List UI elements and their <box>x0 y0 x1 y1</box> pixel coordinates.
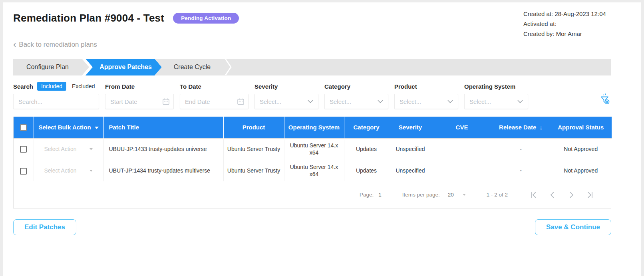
from-date-label: From Date <box>105 83 135 90</box>
select-all-cell <box>14 117 34 138</box>
to-date-filter-group: To Date <box>180 81 248 109</box>
step-configure-plan[interactable]: Configure Plan <box>13 59 82 75</box>
cve-cell <box>432 138 492 160</box>
items-per-page-label: Items per page: <box>402 192 440 198</box>
page-header: Remediation Plan #9004 - Test Pending Ac… <box>13 2 611 24</box>
wizard-steps-bar: Configure Plan Approve Patches Create Cy… <box>13 59 611 75</box>
col-header-release-date[interactable]: Release Date↓ <box>492 117 550 138</box>
back-link-label: Back to remediation plans <box>19 41 97 49</box>
col-header-operating-system[interactable]: Operating System <box>284 117 344 138</box>
column-label: Severity <box>399 124 422 131</box>
search-input[interactable] <box>13 94 99 109</box>
calendar-icon[interactable] <box>237 98 244 105</box>
sort-desc-icon: ↓ <box>539 124 543 131</box>
page-number-input[interactable]: 1 <box>378 192 382 198</box>
caret-down-icon <box>89 170 93 172</box>
first-page-icon <box>530 191 538 199</box>
row-action-select[interactable]: Select Action <box>36 167 101 174</box>
select-placeholder: Select... <box>260 98 281 105</box>
chevron-left-icon: ‹ <box>13 42 16 48</box>
column-label: Approval Status <box>558 124 604 131</box>
last-page-icon <box>586 191 594 199</box>
operating-system-cell: Ubuntu Server 14.x x64 <box>284 138 344 160</box>
product-select[interactable]: Select... <box>394 94 458 109</box>
search-label: Search <box>13 83 33 90</box>
col-header-product[interactable]: Product <box>223 117 284 138</box>
table-header-row: Select Bulk Action Patch Title Product O… <box>14 117 612 138</box>
save-continue-button[interactable]: Save & Continue <box>535 219 611 235</box>
caret-down-icon <box>89 148 93 150</box>
select-placeholder: Select... <box>330 98 351 105</box>
items-per-page-select[interactable]: 20 <box>448 192 466 198</box>
column-label: CVE <box>456 124 468 131</box>
severity-select[interactable]: Select... <box>254 94 318 109</box>
edit-patches-button[interactable]: Edit Patches <box>13 219 76 235</box>
patches-table: Select Bulk Action Patch Title Product O… <box>14 117 612 181</box>
severity-filter-group: Severity Select... <box>254 81 318 109</box>
included-toggle[interactable]: Included <box>37 82 66 91</box>
back-to-plans-link[interactable]: ‹ Back to remediation plans <box>13 41 97 49</box>
clear-filters-button[interactable] <box>598 93 611 109</box>
col-header-severity[interactable]: Severity <box>389 117 432 138</box>
product-cell: Ubuntu Server Trusty <box>223 160 284 181</box>
chevron-right-separator-icon <box>225 59 232 75</box>
row-action-select[interactable]: Select Action <box>36 145 101 153</box>
previous-page-button[interactable] <box>549 191 557 199</box>
column-label: Product <box>242 124 265 131</box>
chevron-down-icon <box>378 100 383 103</box>
col-header-cve[interactable]: CVE <box>432 117 492 138</box>
select-placeholder: Select... <box>469 98 491 105</box>
chevron-down-icon <box>517 100 523 103</box>
operating-system-filter-group: Operating System Select... <box>464 81 528 109</box>
search-filter-group: Search Included Excluded <box>13 81 99 109</box>
chevron-right-icon <box>567 191 575 199</box>
row-checkbox[interactable] <box>20 168 27 175</box>
table-row: Select Action UBUT-JP:1434 trusty-update… <box>14 160 612 181</box>
column-label: Operating System <box>288 124 340 131</box>
step-approve-patches-shape: Approve Patches <box>82 59 162 75</box>
row-checkbox-cell <box>14 160 34 181</box>
row-checkbox-cell <box>14 138 34 160</box>
patch-title-cell: UBUT-JP:1434 trusty-updates multiverse <box>103 160 223 181</box>
filters-row: Search Included Excluded From Date <box>13 81 611 109</box>
row-action-cell: Select Action <box>34 138 103 160</box>
row-checkbox[interactable] <box>20 146 27 153</box>
column-label: Category <box>353 124 379 131</box>
activated-at-text: Activated at: <box>523 19 613 29</box>
category-label: Category <box>324 83 350 90</box>
cve-cell <box>432 160 492 181</box>
col-header-approval-status[interactable]: Approval Status <box>550 117 612 138</box>
caret-down-icon <box>95 127 99 129</box>
col-header-patch-title[interactable]: Patch Title <box>103 117 223 138</box>
table-row: Select Action UBUU-JP:1433 trusty-update… <box>14 138 612 160</box>
operating-system-select[interactable]: Select... <box>464 94 528 109</box>
clear-filter-funnel-icon <box>598 93 611 106</box>
excluded-toggle[interactable]: Excluded <box>70 82 97 91</box>
category-cell: Updates <box>344 138 389 160</box>
created-at-text: Created at: 28-Aug-2023 12:04 <box>523 9 613 19</box>
bulk-action-dropdown[interactable]: Select Bulk Action <box>34 117 103 138</box>
severity-label: Severity <box>254 83 278 90</box>
patch-title-cell: UBUU-JP:1433 trusty-updates universe <box>103 138 223 160</box>
plan-meta-block: Created at: 28-Aug-2023 12:04 Activated … <box>523 9 613 39</box>
step-create-cycle[interactable]: Create Cycle <box>162 59 223 75</box>
caret-down-icon <box>463 194 466 196</box>
first-page-button[interactable] <box>530 191 538 199</box>
category-select[interactable]: Select... <box>324 94 388 109</box>
chevron-down-icon <box>447 100 453 103</box>
product-cell: Ubuntu Server Trusty <box>223 138 284 160</box>
col-header-category[interactable]: Category <box>344 117 389 138</box>
from-date-filter-group: From Date <box>105 81 174 109</box>
last-page-button[interactable] <box>586 191 594 199</box>
row-action-label: Select Action <box>44 145 77 153</box>
footer-actions: Edit Patches Save & Continue <box>13 219 611 235</box>
select-all-checkbox[interactable] <box>20 124 27 131</box>
chevron-left-icon <box>549 191 557 199</box>
step-approve-patches[interactable]: Approve Patches <box>85 59 162 75</box>
range-text: 1 - 2 of 2 <box>487 192 508 198</box>
next-page-button[interactable] <box>567 191 575 199</box>
product-filter-group: Product Select... <box>394 81 458 109</box>
calendar-icon[interactable] <box>162 98 170 105</box>
items-per-page-value: 20 <box>448 192 454 198</box>
created-by-text: Created by: Mor Amar <box>523 29 613 39</box>
